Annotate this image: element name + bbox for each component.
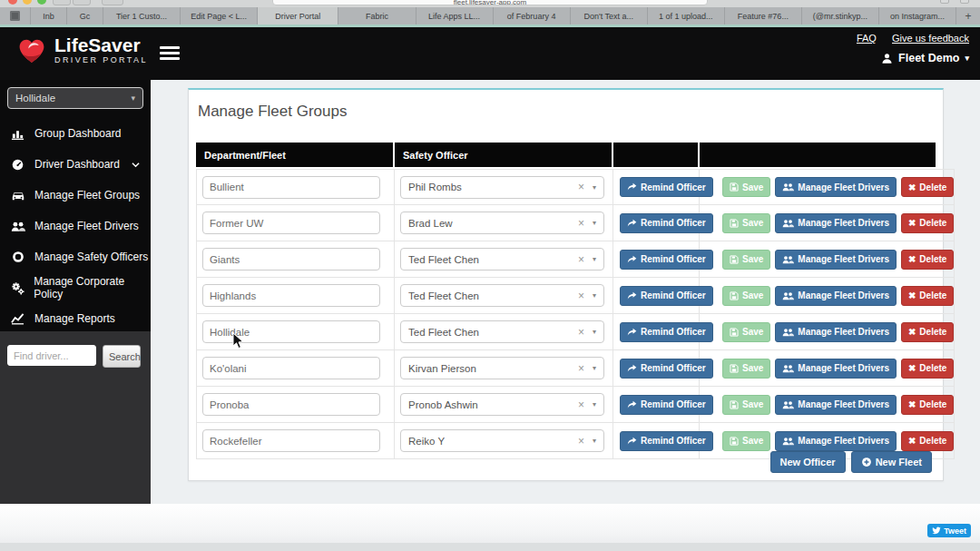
browser-tab[interactable]: 1 of 1 upload... bbox=[648, 7, 725, 25]
clear-icon[interactable]: × bbox=[578, 326, 584, 339]
browser-tab[interactable]: Feature #76... bbox=[725, 7, 802, 25]
new-officer-button[interactable]: New Officer bbox=[770, 451, 846, 473]
menu-icon[interactable] bbox=[160, 46, 180, 61]
sidebar-item-group-dashboard[interactable]: Group Dashboard bbox=[0, 118, 151, 149]
new-fleet-button[interactable]: New Fleet bbox=[851, 451, 932, 473]
delete-button[interactable]: ✖ Delete bbox=[901, 213, 954, 233]
safety-officer-value: Ted Fleet Chen bbox=[408, 254, 578, 265]
minimize-window-icon[interactable] bbox=[23, 0, 32, 5]
fleet-name-input[interactable] bbox=[202, 248, 380, 271]
browser-tab[interactable]: of February 4 bbox=[494, 7, 571, 25]
tab-label: Don't Text a... bbox=[581, 12, 636, 21]
clear-icon[interactable]: × bbox=[578, 253, 584, 266]
fleet-name-input[interactable] bbox=[202, 176, 380, 199]
faq-link[interactable]: FAQ bbox=[857, 33, 877, 44]
clear-icon[interactable]: × bbox=[578, 181, 584, 193]
clear-icon[interactable]: × bbox=[578, 362, 584, 375]
sidebar-item-manage-fleet-groups[interactable]: Manage Fleet Groups bbox=[0, 180, 151, 211]
browser-tab[interactable]: Edit Page < L... bbox=[181, 7, 258, 25]
forward-button[interactable] bbox=[73, 0, 91, 5]
save-icon bbox=[730, 400, 739, 409]
find-driver-input[interactable] bbox=[7, 345, 96, 366]
delete-button[interactable]: ✖ Delete bbox=[901, 250, 954, 270]
brand[interactable]: LifeSaver DRIVER PORTAL bbox=[16, 35, 148, 64]
save-button[interactable]: Save bbox=[722, 250, 770, 270]
clear-icon[interactable]: × bbox=[578, 217, 584, 230]
window-control-icon[interactable] bbox=[940, 0, 949, 4]
safety-officer-select[interactable]: Ted Fleet Chen × ▾ bbox=[400, 284, 604, 307]
safety-officer-select[interactable]: Pronob Ashwin × ▾ bbox=[400, 393, 604, 416]
new-tab-button[interactable]: + bbox=[956, 7, 980, 25]
browser-tab[interactable]: Tier 1 Custo... bbox=[103, 7, 181, 25]
fleet-name-input[interactable] bbox=[202, 357, 380, 379]
back-button[interactable] bbox=[53, 0, 71, 5]
manage-fleet-drivers-button[interactable]: Manage Fleet Drivers bbox=[775, 395, 897, 415]
safety-officer-select[interactable]: Phil Rombs × ▾ bbox=[400, 176, 604, 199]
sidebar-toggle-button[interactable] bbox=[102, 0, 123, 5]
clear-icon[interactable]: × bbox=[578, 435, 584, 448]
save-button[interactable]: Save bbox=[722, 286, 770, 306]
feedback-link[interactable]: Give us feedback bbox=[892, 33, 969, 44]
safety-officer-cell: Brad Lew × ▾ bbox=[395, 205, 613, 241]
delete-button[interactable]: ✖ Delete bbox=[901, 286, 954, 306]
browser-tab[interactable]: (@mr.stinkyp... bbox=[802, 7, 879, 25]
browser-tab[interactable]: Fabric bbox=[338, 7, 416, 25]
delete-button[interactable]: ✖ Delete bbox=[901, 431, 954, 451]
delete-button[interactable]: ✖ Delete bbox=[901, 177, 954, 197]
manage-fleet-drivers-button[interactable]: Manage Fleet Drivers bbox=[775, 177, 897, 197]
zoom-window-icon[interactable] bbox=[37, 0, 46, 5]
pinned-tab[interactable] bbox=[0, 7, 31, 25]
manage-fleet-drivers-button[interactable]: Manage Fleet Drivers bbox=[775, 286, 897, 306]
safety-officer-select[interactable]: Reiko Y × ▾ bbox=[400, 429, 604, 452]
safety-officer-select[interactable]: Kirvan Pierson × ▾ bbox=[400, 357, 604, 379]
window-control-icon[interactable] bbox=[960, 0, 969, 4]
browser-tab[interactable]: Inb bbox=[31, 7, 67, 25]
safety-officer-select[interactable]: Brad Lew × ▾ bbox=[400, 212, 604, 234]
fleet-name-input[interactable] bbox=[202, 393, 380, 416]
save-button[interactable]: Save bbox=[722, 322, 770, 342]
manage-fleet-drivers-button[interactable]: Manage Fleet Drivers bbox=[775, 250, 897, 270]
clear-icon[interactable]: × bbox=[578, 398, 584, 411]
save-button[interactable]: Save bbox=[722, 359, 770, 379]
fleet-name-input[interactable] bbox=[202, 320, 380, 343]
fleet-name-input[interactable] bbox=[202, 429, 380, 452]
sidebar-item-manage-fleet-drivers[interactable]: Manage Fleet Drivers bbox=[0, 211, 151, 241]
browser-tab[interactable]: Life Apps LL... bbox=[416, 7, 494, 25]
manage-fleet-drivers-button[interactable]: Manage Fleet Drivers bbox=[775, 431, 897, 451]
browser-tab[interactable]: on Instagram... bbox=[879, 7, 956, 25]
manage-fleet-drivers-button[interactable]: Manage Fleet Drivers bbox=[775, 213, 897, 233]
driver-search-section: Search bbox=[0, 331, 151, 504]
browser-tab[interactable]: Gc bbox=[67, 7, 103, 25]
safety-officer-select[interactable]: Ted Fleet Chen × ▾ bbox=[400, 248, 604, 271]
save-button[interactable]: Save bbox=[722, 177, 770, 197]
tab-label: 1 of 1 upload... bbox=[656, 12, 716, 21]
users-icon bbox=[782, 364, 794, 373]
sidebar-item-manage-corporate-policy[interactable]: Manage Corporate Policy bbox=[0, 272, 151, 303]
close-window-icon[interactable] bbox=[8, 0, 17, 5]
delete-button[interactable]: ✖ Delete bbox=[901, 395, 954, 415]
browser-tab[interactable]: Don't Text a... bbox=[571, 7, 648, 25]
delete-button[interactable]: ✖ Delete bbox=[901, 359, 954, 379]
share-arrow-icon bbox=[627, 219, 637, 228]
save-button[interactable]: Save bbox=[722, 395, 770, 415]
browser-tab[interactable]: Driver Portal bbox=[258, 7, 338, 25]
search-button[interactable]: Search bbox=[103, 345, 141, 368]
table-row: Phil Rombs × ▾ Remind Officer Save bbox=[196, 169, 936, 205]
manage-fleet-drivers-button[interactable]: Manage Fleet Drivers bbox=[775, 359, 897, 379]
user-menu[interactable]: Fleet Demo ▾ bbox=[844, 52, 969, 64]
address-bar[interactable]: fleet.lifesaver-app.com bbox=[272, 0, 708, 5]
fleet-name-cell bbox=[196, 169, 395, 205]
group-select[interactable]: Hollidale ▾ bbox=[7, 87, 143, 109]
save-button[interactable]: Save bbox=[722, 213, 770, 233]
fleet-name-input[interactable] bbox=[202, 284, 380, 307]
manage-fleet-drivers-button[interactable]: Manage Fleet Drivers bbox=[775, 322, 897, 342]
tweet-button[interactable]: Tweet bbox=[927, 524, 971, 537]
save-button[interactable]: Save bbox=[722, 431, 770, 451]
safety-officer-select[interactable]: Ted Fleet Chen × ▾ bbox=[400, 320, 604, 343]
sidebar-item-manage-safety-officers[interactable]: Manage Safety Officers bbox=[0, 241, 151, 272]
delete-button[interactable]: ✖ Delete bbox=[901, 322, 954, 342]
sidebar-item-driver-dashboard[interactable]: Driver Dashboard bbox=[0, 149, 151, 180]
fleet-name-input[interactable] bbox=[202, 212, 380, 234]
sidebar-item-manage-reports[interactable]: Manage Reports bbox=[0, 303, 151, 334]
clear-icon[interactable]: × bbox=[578, 290, 584, 302]
